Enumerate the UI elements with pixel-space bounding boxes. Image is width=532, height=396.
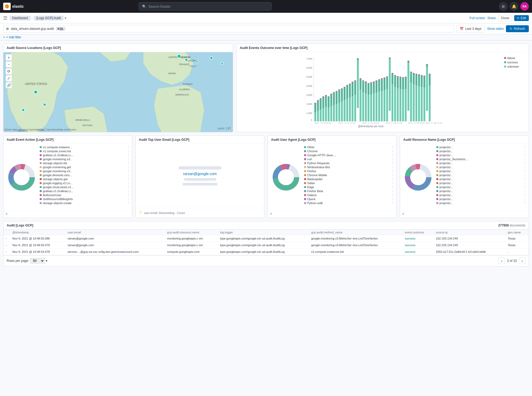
col-outcome[interactable]: event.outcome: [403, 230, 434, 235]
item-menu-icon[interactable]: ⋮: [127, 185, 130, 189]
date-range-picker[interactable]: 📅 Last 3 days: [456, 25, 485, 32]
chevron-down-icon[interactable]: ▾: [65, 16, 66, 20]
item-menu-icon[interactable]: ⋮: [127, 153, 130, 157]
table-icon[interactable]: ≡: [6, 212, 10, 217]
item-menu-icon[interactable]: ⋮: [127, 201, 130, 205]
item-menu-icon[interactable]: ⋮: [523, 181, 526, 185]
svg-rect-157: [421, 87, 423, 121]
col-user-email[interactable]: user.email: [65, 230, 165, 235]
item-menu-icon[interactable]: ⋮: [391, 181, 394, 185]
fullscreen-button[interactable]: Full screen: [469, 16, 485, 20]
item-menu-icon[interactable]: ⋮: [391, 165, 394, 169]
map-expand-button[interactable]: ⤢: [6, 75, 12, 81]
query-input[interactable]: ⊞ data_stream.dataset:gcp.audit KQL: [3, 25, 454, 32]
item-menu-icon[interactable]: ⋮: [523, 165, 526, 169]
item-menu-icon[interactable]: ⋮: [127, 157, 130, 161]
col-ip[interactable]: source.ip: [434, 230, 506, 235]
item-menu-icon[interactable]: ⋮: [523, 201, 526, 205]
breadcrumb-dashboard[interactable]: Dashboard: [10, 16, 31, 20]
cell-ip: 162.193.134.249: [434, 242, 506, 249]
col-log-name[interactable]: log.logger: [218, 230, 309, 235]
item-menu-icon[interactable]: ⋮: [127, 189, 130, 193]
item-menu-icon[interactable]: ⋮: [391, 153, 394, 157]
grid-icon[interactable]: ⊞: [499, 2, 508, 11]
row-expand-button[interactable]: ›: [6, 237, 6, 240]
item-menu-icon[interactable]: ⋮: [523, 149, 526, 153]
item-menu-icon[interactable]: ⋮: [127, 145, 130, 149]
item-menu-icon[interactable]: ⋮: [127, 197, 130, 201]
item-menu-icon[interactable]: ⋮: [391, 177, 394, 181]
item-menu-icon[interactable]: ⋮: [391, 169, 394, 173]
col-service-name[interactable]: gcp.audit.resource.name: [165, 230, 218, 235]
item-menu-icon[interactable]: ⋮: [523, 185, 526, 189]
table-icon[interactable]: ≡: [402, 212, 407, 217]
item-menu-icon[interactable]: ⋮: [391, 173, 394, 177]
svg-rect-122: [389, 58, 391, 59]
nav-icons: ⊞ 🔔 RA: [499, 2, 529, 11]
global-search[interactable]: 🔍 Search Elastic: [139, 2, 272, 11]
item-menu-icon[interactable]: ⋮: [391, 157, 394, 161]
item-menu-icon[interactable]: ⋮: [523, 153, 526, 157]
item-menu-icon[interactable]: ⋮: [127, 161, 130, 165]
edit-button[interactable]: ✏ Edit: [514, 15, 529, 21]
add-filter-button[interactable]: + + Add filter: [3, 35, 21, 39]
clone-button[interactable]: Clone: [498, 15, 512, 21]
list-item: grafeas.v1.Grafeas.Li... ⋮: [40, 189, 130, 193]
list-item: Galeon ⋮: [304, 193, 394, 197]
list-item: Nimbostratus-Bot ⋮: [304, 165, 394, 169]
item-menu-icon[interactable]: ⋮: [523, 169, 526, 173]
item-menu-icon[interactable]: ⋮: [127, 165, 130, 169]
svg-rect-166: [429, 85, 431, 121]
zoom-out-button[interactable]: −: [6, 61, 12, 68]
item-menu-icon[interactable]: ⋮: [523, 193, 526, 197]
rows-per-page-select[interactable]: 50 25 100: [30, 258, 45, 264]
item-menu-icon[interactable]: ⋮: [523, 145, 526, 149]
map-link-button[interactable]: 🔗: [6, 82, 12, 88]
row-expand-button[interactable]: ›: [6, 244, 6, 247]
col-method[interactable]: gcp.audit.method_name: [309, 230, 403, 235]
item-menu-icon[interactable]: ⋮: [391, 149, 394, 153]
item-menu-icon[interactable]: ⋮: [391, 201, 394, 205]
item-menu-icon[interactable]: ⋮: [127, 169, 130, 173]
item-menu-icon[interactable]: ⋮: [523, 177, 526, 181]
next-page-button[interactable]: ›: [519, 258, 525, 264]
elastic-logo[interactable]: e elastic: [3, 3, 24, 10]
item-menu-icon[interactable]: ⋮: [391, 145, 394, 149]
share-button[interactable]: Share: [487, 16, 496, 20]
item-menu-icon[interactable]: ⋮: [127, 193, 130, 197]
item-menu-icon[interactable]: ⋮: [391, 185, 394, 189]
item-menu-icon[interactable]: ⋮: [391, 189, 394, 193]
item-menu-icon[interactable]: ⋮: [391, 161, 394, 165]
refresh-button[interactable]: ↻ Refresh: [506, 25, 529, 32]
kql-badge[interactable]: KQL: [56, 27, 65, 31]
cell-resource2: type.googleapis.com/google.clo ud.audit.…: [218, 242, 309, 249]
show-dates-button[interactable]: Show dates: [487, 27, 504, 31]
svg-rect-119: [386, 77, 388, 89]
row-expand-button[interactable]: ›: [6, 250, 6, 253]
col-location[interactable]: geo.name: [506, 230, 529, 235]
prev-page-button[interactable]: ‹: [498, 258, 505, 264]
col-timestamp[interactable]: @timestamp: [10, 230, 65, 235]
bell-icon[interactable]: 🔔: [510, 2, 518, 11]
breadcrumb-logs-gcp-audit[interactable]: [Logs GCP] Audit: [34, 16, 64, 20]
item-menu-icon[interactable]: ⋮: [523, 189, 526, 193]
item-menu-icon[interactable]: ⋮: [391, 197, 394, 201]
item-dot: [40, 146, 42, 148]
item-menu-icon[interactable]: ⋮: [523, 173, 526, 177]
zoom-in-button[interactable]: +: [6, 54, 12, 61]
hamburger-menu-icon[interactable]: ☰: [3, 15, 7, 21]
item-menu-icon[interactable]: ⋮: [523, 197, 526, 201]
avatar[interactable]: RA: [520, 2, 529, 11]
item-menu-icon[interactable]: ⋮: [127, 181, 130, 185]
item-menu-icon[interactable]: ⋮: [127, 173, 130, 177]
svg-rect-140: [405, 77, 407, 89]
item-menu-icon[interactable]: ⋮: [391, 193, 394, 197]
nav-actions: Full screen Share Clone ✏ Edit: [469, 15, 529, 21]
item-menu-icon[interactable]: ⋮: [523, 157, 526, 161]
map-visualization[interactable]: UNITED STATES UNITED KINGDOM FRANCE AUST…: [3, 52, 233, 132]
table-icon[interactable]: ≡: [270, 212, 275, 217]
item-menu-icon[interactable]: ⋮: [523, 161, 526, 165]
item-menu-icon[interactable]: ⋮: [127, 149, 130, 153]
map-reset-button[interactable]: ⟳: [6, 68, 12, 75]
item-menu-icon[interactable]: ⋮: [127, 177, 130, 181]
